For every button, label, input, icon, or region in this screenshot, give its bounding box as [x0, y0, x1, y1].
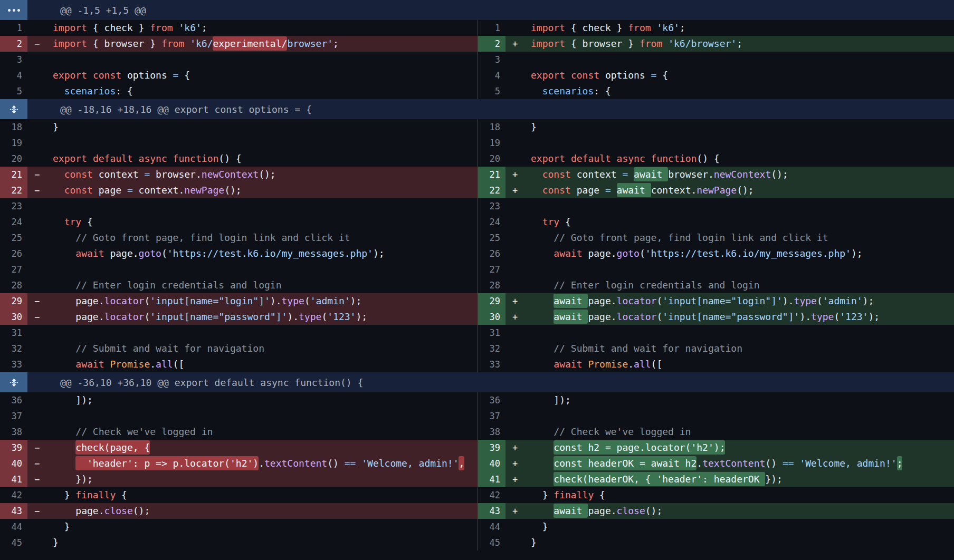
line-number[interactable]: 43: [478, 503, 505, 519]
code-line: await page.locator('input[name="login"]'…: [524, 293, 954, 309]
line-number[interactable]: 29: [478, 293, 505, 309]
line-number[interactable]: 41: [478, 471, 505, 487]
line-number[interactable]: 22: [478, 182, 505, 198]
code-token: {: [116, 489, 127, 500]
code-token: 'input[name="password"]': [150, 311, 287, 322]
expand-hunk-button[interactable]: [0, 0, 27, 20]
line-number[interactable]: 19: [478, 135, 505, 151]
line-number[interactable]: 1: [0, 20, 27, 36]
line-number[interactable]: 33: [478, 356, 505, 372]
line-number[interactable]: 5: [478, 83, 505, 99]
line-number[interactable]: 32: [478, 341, 505, 356]
line-number[interactable]: 28: [478, 277, 505, 293]
line-number[interactable]: 36: [0, 392, 27, 408]
line-number[interactable]: 37: [478, 408, 505, 424]
line-number[interactable]: 39: [478, 440, 505, 456]
code-line: // Enter login credentials and login: [524, 277, 954, 293]
code-token: 'admin': [310, 295, 350, 306]
line-number[interactable]: 30: [0, 309, 27, 325]
code-token: browser': [287, 38, 333, 49]
line-number[interactable]: 41: [0, 471, 27, 487]
code-token: (: [817, 295, 823, 306]
code-token: ]);: [531, 394, 571, 405]
line-number[interactable]: 43: [0, 503, 27, 519]
code-line: export const options = {: [524, 67, 954, 83]
line-number[interactable]: 28: [0, 277, 27, 293]
line-number[interactable]: 23: [478, 198, 505, 214]
line-number[interactable]: 42: [478, 487, 505, 503]
deletion-marker: −: [27, 456, 46, 471]
line-number[interactable]: 26: [0, 246, 27, 262]
line-number[interactable]: 29: [0, 293, 27, 309]
line-number[interactable]: 38: [0, 424, 27, 440]
unfold-icon: [9, 378, 18, 387]
line-number[interactable]: 21: [0, 167, 27, 182]
marker-spacer: [27, 356, 46, 372]
hunk-header-text: @@ -1,5 +1,5 @@: [27, 0, 954, 20]
code-token: try: [542, 216, 560, 227]
line-number[interactable]: 18: [478, 119, 505, 135]
line-number[interactable]: 4: [478, 67, 505, 83]
line-number[interactable]: 31: [478, 325, 505, 341]
line-number[interactable]: 37: [0, 408, 27, 424]
line-number[interactable]: 24: [0, 214, 27, 230]
code-token: 'input[name="password"]': [662, 311, 799, 322]
code-token: );: [373, 248, 385, 259]
line-number[interactable]: 40: [478, 456, 505, 471]
line-number[interactable]: 3: [0, 52, 27, 67]
line-number[interactable]: 20: [0, 151, 27, 167]
old-code-half: 4export const options = {: [0, 67, 478, 83]
line-number[interactable]: 36: [478, 392, 505, 408]
line-number[interactable]: 25: [478, 230, 505, 246]
line-number[interactable]: 32: [0, 341, 27, 356]
line-number[interactable]: 44: [0, 519, 27, 535]
old-code-half: 3: [0, 52, 478, 67]
line-number[interactable]: 18: [0, 119, 27, 135]
code-token: const: [64, 169, 93, 180]
expand-hunk-button[interactable]: [0, 99, 27, 119]
code-line: [524, 198, 954, 214]
line-number[interactable]: 33: [0, 356, 27, 372]
code-token: ;: [680, 22, 685, 33]
code-token: from: [628, 22, 651, 33]
line-number[interactable]: 2: [0, 36, 27, 52]
line-number[interactable]: 27: [0, 262, 27, 277]
line-number[interactable]: 1: [478, 20, 505, 36]
line-number[interactable]: 25: [0, 230, 27, 246]
deletion-marker: −: [27, 167, 46, 182]
line-number[interactable]: 45: [0, 535, 27, 551]
code-line: [46, 325, 478, 341]
line-number[interactable]: 20: [478, 151, 505, 167]
code-token: from: [161, 38, 184, 49]
line-number[interactable]: 27: [478, 262, 505, 277]
marker-spacer: [505, 487, 524, 503]
line-number[interactable]: 2: [478, 36, 505, 52]
word-diff-highlight: experimental/: [213, 36, 287, 51]
line-number[interactable]: 38: [478, 424, 505, 440]
marker-spacer: [505, 67, 524, 83]
line-number[interactable]: 40: [0, 456, 27, 471]
code-token: type: [282, 295, 304, 306]
expand-hunk-button[interactable]: [0, 372, 27, 392]
marker-spacer: [27, 52, 46, 67]
line-number[interactable]: 4: [0, 67, 27, 83]
line-number[interactable]: 23: [0, 198, 27, 214]
line-number[interactable]: 3: [478, 52, 505, 67]
code-line: await Promise.all([: [46, 356, 478, 372]
line-number[interactable]: 24: [478, 214, 505, 230]
line-number[interactable]: 39: [0, 440, 27, 456]
line-number[interactable]: 42: [0, 487, 27, 503]
code-token: ();: [224, 185, 242, 196]
code-token: [531, 311, 554, 322]
line-number[interactable]: 31: [0, 325, 27, 341]
line-number[interactable]: 30: [478, 309, 505, 325]
line-number[interactable]: 22: [0, 182, 27, 198]
line-number[interactable]: 5: [0, 83, 27, 99]
line-number[interactable]: 44: [478, 519, 505, 535]
line-number[interactable]: 45: [478, 535, 505, 551]
line-number[interactable]: 26: [478, 246, 505, 262]
line-number[interactable]: 19: [0, 135, 27, 151]
code-token: [794, 458, 800, 469]
code-token: (): [327, 458, 345, 469]
line-number[interactable]: 21: [478, 167, 505, 182]
